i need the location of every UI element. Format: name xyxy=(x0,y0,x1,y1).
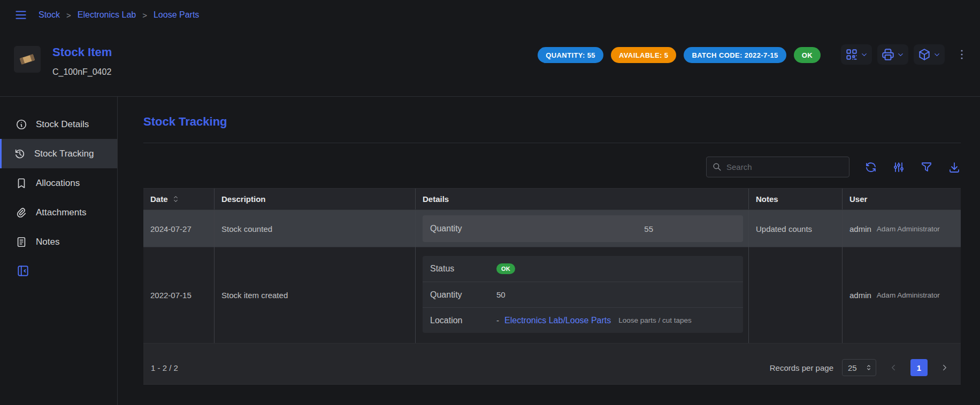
table-row[interactable]: 2022-07-15 Stock item created Status OK … xyxy=(143,247,961,343)
sidebar-item-attachments[interactable]: Attachments xyxy=(0,198,117,227)
chevron-down-icon xyxy=(933,51,941,59)
menu-icon[interactable] xyxy=(14,8,28,22)
status-ok-badge: OK xyxy=(496,263,515,274)
location-prefix: - xyxy=(496,316,499,325)
sidebar-collapse-button[interactable] xyxy=(16,264,30,278)
stock-actions-button[interactable] xyxy=(914,44,945,65)
breadcrumb: Stock > Electronics Lab > Loose Parts xyxy=(39,10,199,20)
sidebar-item-label: Allocations xyxy=(36,178,80,189)
records-per-page-select[interactable]: 25 xyxy=(842,359,876,376)
breadcrumb-electronics-lab[interactable]: Electronics Lab xyxy=(78,10,136,20)
column-label: Date xyxy=(150,194,168,204)
column-header-notes[interactable]: Notes xyxy=(748,189,842,209)
filter-button[interactable] xyxy=(920,161,933,174)
location-description: Loose parts / cut tapes xyxy=(618,316,692,324)
pagination-page-1-button[interactable]: 1 xyxy=(910,359,928,376)
chevron-left-icon xyxy=(889,363,898,372)
table-header-row: Date Description Details Notes User xyxy=(143,188,961,209)
column-header-description[interactable]: Description xyxy=(214,189,415,209)
detail-label: Location xyxy=(430,316,496,325)
detail-value: 55 xyxy=(644,224,653,233)
sidebar-item-stock-tracking[interactable]: Stock Tracking xyxy=(0,139,117,168)
detail-row-quantity: Quantity 55 xyxy=(423,215,743,242)
page-size-value: 25 xyxy=(848,363,857,372)
breadcrumb-separator: > xyxy=(66,11,71,20)
section-title: Stock Tracking xyxy=(143,115,961,129)
pagination-prev-button[interactable] xyxy=(885,359,902,376)
detail-label: Quantity xyxy=(430,224,496,233)
date-cell: 2024-07-27 xyxy=(143,210,214,247)
more-options-icon xyxy=(955,48,968,61)
quantity-badge: QUANTITY: 55 xyxy=(538,47,603,63)
sidebar-item-allocations[interactable]: Allocations xyxy=(0,168,117,198)
column-label: Description xyxy=(221,194,266,204)
batch-code-badge: BATCH CODE: 2022-7-15 xyxy=(684,47,786,63)
search-input[interactable] xyxy=(726,162,844,172)
content-area: Stock Details Stock Tracking Allocations… xyxy=(0,96,980,405)
sort-icon[interactable] xyxy=(171,194,180,204)
breadcrumb-stock[interactable]: Stock xyxy=(39,10,60,20)
sidebar-item-notes[interactable]: Notes xyxy=(0,227,117,256)
breadcrumb-separator: > xyxy=(142,11,147,20)
column-header-details[interactable]: Details xyxy=(415,189,748,209)
username: admin xyxy=(849,291,871,300)
print-actions-button[interactable] xyxy=(877,44,908,65)
user-cell: admin Adam Administrator xyxy=(842,247,961,343)
pagination-next-button[interactable] xyxy=(936,359,953,376)
top-navigation-bar: Stock > Electronics Lab > Loose Parts xyxy=(0,0,980,30)
status-ok-badge: OK xyxy=(794,47,821,63)
notes-icon xyxy=(16,236,27,248)
column-header-date[interactable]: Date xyxy=(143,189,214,209)
breadcrumb-loose-parts[interactable]: Loose Parts xyxy=(154,10,199,20)
user-cell: admin Adam Administrator xyxy=(842,210,961,247)
barcode-actions-icon xyxy=(845,48,859,61)
detail-row-location: Location - Electronics Lab/Loose Parts L… xyxy=(423,307,743,333)
notes-cell: Updated counts xyxy=(748,210,842,247)
search-box xyxy=(706,157,849,177)
available-badge: AVAILABLE: 5 xyxy=(611,47,676,63)
column-label: Notes xyxy=(756,194,778,204)
page-title: Stock Item xyxy=(52,46,112,59)
sidebar-item-stock-details[interactable]: Stock Details xyxy=(0,110,117,139)
chevron-down-icon xyxy=(897,51,905,59)
more-options-button[interactable] xyxy=(954,45,969,64)
header-actions xyxy=(841,43,969,66)
table-row[interactable]: 2024-07-27 Stock counted Quantity 55 Upd… xyxy=(143,209,961,247)
location-link[interactable]: Electronics Lab/Loose Parts xyxy=(504,316,611,325)
table-settings-button[interactable] xyxy=(892,161,905,174)
sidebar-item-label: Attachments xyxy=(36,207,87,218)
history-icon xyxy=(14,148,26,160)
table-footer: 1 - 2 / 2 Records per page 25 1 xyxy=(143,343,961,385)
details-cell: Status OK Quantity 50 Location - Electro… xyxy=(415,247,748,343)
search-icon xyxy=(712,162,722,172)
divider xyxy=(143,143,961,143)
column-label: User xyxy=(849,194,867,204)
username: admin xyxy=(849,224,871,233)
sidebar-collapse-icon xyxy=(16,264,30,278)
detail-row-status: Status OK xyxy=(423,256,743,282)
sidebar: Stock Details Stock Tracking Allocations… xyxy=(0,97,118,405)
detail-label: Quantity xyxy=(430,290,496,300)
stock-item-thumbnail[interactable] xyxy=(14,46,41,73)
user-full-name: Adam Administrator xyxy=(877,291,940,299)
download-button[interactable] xyxy=(948,161,961,174)
refresh-button[interactable] xyxy=(864,161,877,174)
detail-group: Status OK Quantity 50 Location - Electro… xyxy=(423,256,743,333)
stock-tracking-table: Date Description Details Notes User 2024… xyxy=(143,188,961,385)
print-actions-icon xyxy=(881,48,895,61)
bookmark-icon xyxy=(16,177,27,189)
column-header-user[interactable]: User xyxy=(842,189,961,209)
detail-label: Status xyxy=(430,264,496,274)
sidebar-item-label: Notes xyxy=(36,237,59,247)
record-range: 1 - 2 / 2 xyxy=(151,363,178,372)
records-per-page-label: Records per page xyxy=(770,363,833,372)
detail-value: 50 xyxy=(496,290,506,299)
info-circle-icon xyxy=(16,119,27,130)
table-settings-icon xyxy=(892,161,905,174)
main-panel: Stock Tracking Date Description xyxy=(118,97,980,405)
stock-actions-icon xyxy=(917,48,931,61)
barcode-actions-button[interactable] xyxy=(841,44,872,65)
component-image xyxy=(14,46,41,73)
user-full-name: Adam Administrator xyxy=(877,225,940,233)
description-cell: Stock item created xyxy=(214,247,415,343)
